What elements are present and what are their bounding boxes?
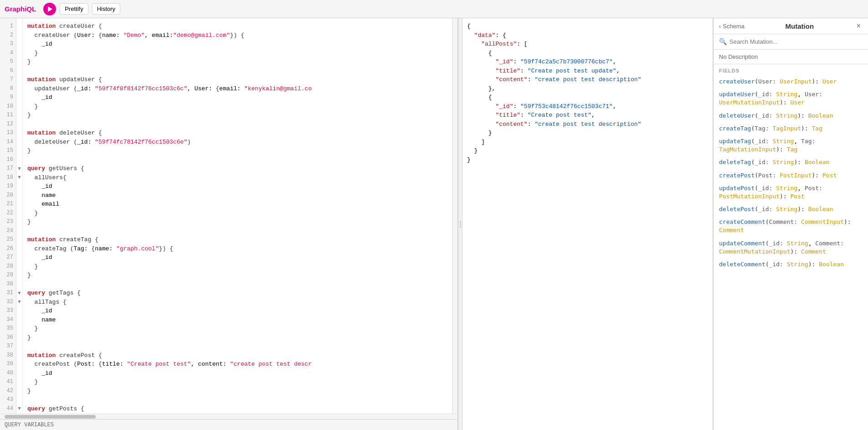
editor-area: 1234567891011121314151617181920212223242… [0, 18, 457, 414]
fold-arrow[interactable]: ▼ [16, 404, 22, 414]
fold-arrow [16, 40, 22, 49]
line-number: 43 [3, 395, 13, 404]
fold-column[interactable]: ▼▼▼▼▼▼▼ [16, 18, 23, 414]
run-button[interactable] [43, 3, 56, 16]
line-numbers: 1234567891011121314151617181920212223242… [0, 18, 16, 414]
history-button[interactable]: History [92, 3, 120, 15]
line-number: 27 [3, 253, 13, 262]
main-container: 1234567891011121314151617181920212223242… [0, 18, 868, 430]
line-number: 35 [3, 324, 13, 333]
line-number: 13 [3, 129, 13, 138]
line-number: 22 [3, 209, 13, 218]
line-number: 11 [3, 111, 13, 120]
h-scrollbar-thumb [5, 415, 96, 419]
horizontal-scrollbar[interactable] [0, 414, 457, 419]
fold-arrow [16, 22, 22, 31]
fold-arrow [16, 57, 22, 67]
line-number: 7 [3, 75, 13, 84]
fold-arrow [16, 253, 22, 262]
fold-arrow [16, 271, 22, 280]
line-number: 5 [3, 57, 13, 67]
fold-arrow [16, 120, 22, 129]
line-number: 34 [3, 316, 13, 325]
fold-arrow [16, 333, 22, 342]
fold-arrow [16, 351, 22, 360]
fold-arrow [16, 146, 22, 155]
docs-panel: ‹ Schema Mutation × 🔍 No Description FIE… [713, 18, 868, 430]
docs-field-item[interactable]: createPost(Post: PostInput): Post [719, 169, 863, 182]
line-number: 9 [3, 93, 13, 102]
line-number: 15 [3, 146, 13, 155]
result-content: { "data": { "allPosts": [ { "_id": "59f7… [462, 18, 713, 430]
docs-field-item[interactable]: deletePost(_id: String): Boolean [719, 203, 863, 216]
docs-search-input[interactable] [729, 38, 863, 45]
line-number: 12 [3, 120, 13, 129]
result-panel: { "data": { "allPosts": [ { "_id": "59f7… [462, 18, 713, 430]
resizer-dot [460, 226, 461, 227]
fold-arrow[interactable]: ▼ [16, 173, 22, 182]
fold-arrow[interactable]: ▼ [16, 289, 22, 298]
line-number: 4 [3, 49, 13, 58]
line-number: 29 [3, 271, 13, 280]
line-number: 18 [3, 173, 13, 182]
line-number: 40 [3, 369, 13, 378]
fold-arrow [16, 262, 22, 271]
fold-arrow [16, 235, 22, 244]
schema-back-link[interactable]: ‹ Schema [719, 23, 745, 30]
query-variables-label: QUERY VARIABLES [5, 422, 54, 428]
line-number: 21 [3, 200, 13, 209]
docs-field-item[interactable]: deleteUser(_id: String): Boolean [719, 109, 863, 122]
docs-field-item[interactable]: createUser(User: UserInput): User [719, 75, 863, 88]
line-number: 41 [3, 378, 13, 387]
fold-arrow [16, 111, 22, 120]
line-number: 32 [3, 298, 13, 307]
fold-arrow [16, 316, 22, 325]
line-number: 36 [3, 333, 13, 342]
line-number: 16 [3, 155, 13, 165]
fold-arrow [16, 138, 22, 147]
docs-field-item[interactable]: updateUser(_id: String, User: UserMutati… [719, 88, 863, 109]
line-number: 37 [3, 342, 13, 351]
line-number: 6 [3, 67, 13, 76]
docs-field-item[interactable]: deleteComment(_id: String): Boolean [719, 258, 863, 271]
docs-field-item[interactable]: createComment(Comment: CommentInput): Co… [719, 216, 863, 237]
line-number: 1 [3, 22, 13, 31]
fold-arrow [16, 378, 22, 387]
query-variables-bar[interactable]: QUERY VARIABLES [0, 419, 457, 430]
fold-arrow[interactable]: ▼ [16, 298, 22, 307]
line-number: 20 [3, 191, 13, 200]
vertical-scrollbar[interactable] [452, 18, 457, 414]
fold-arrow [16, 129, 22, 138]
fold-arrow [16, 75, 22, 84]
schema-back-label: Schema [723, 23, 745, 30]
line-number: 24 [3, 227, 13, 236]
docs-field-item[interactable]: createTag(Tag: TagInput): Tag [719, 122, 863, 135]
line-number: 10 [3, 102, 13, 111]
docs-field-item[interactable]: updateTag(_id: String, Tag: TagMutationI… [719, 135, 863, 156]
docs-fields-list: createUser(User: UserInput): UserupdateU… [714, 75, 868, 430]
fold-arrow [16, 93, 22, 102]
docs-description: No Description [714, 50, 868, 64]
fold-arrow [16, 342, 22, 351]
docs-close-button[interactable]: × [855, 22, 863, 30]
line-number: 31 [3, 289, 13, 298]
line-number: 19 [3, 182, 13, 191]
line-number: 23 [3, 218, 13, 227]
docs-field-item[interactable]: deleteTag(_id: String): Boolean [719, 156, 863, 169]
line-number: 14 [3, 138, 13, 147]
fold-arrow [16, 244, 22, 254]
docs-field-item[interactable]: updatePost(_id: String, Post: PostMutati… [719, 182, 863, 203]
line-number: 39 [3, 360, 13, 369]
code-editor[interactable]: mutation createUser { createUser (User: … [23, 18, 452, 414]
docs-field-item[interactable]: updateComment(_id: String, Comment: Comm… [719, 237, 863, 258]
line-number: 33 [3, 306, 13, 316]
fold-arrow [16, 369, 22, 378]
fold-arrow[interactable]: ▼ [16, 164, 22, 173]
fold-arrow [16, 395, 22, 404]
fold-arrow [16, 218, 22, 227]
fold-arrow [16, 31, 22, 40]
fold-arrow [16, 306, 22, 316]
fold-arrow [16, 200, 22, 209]
prettify-button[interactable]: Prettify [60, 3, 88, 15]
resizer-handle[interactable] [458, 18, 462, 430]
